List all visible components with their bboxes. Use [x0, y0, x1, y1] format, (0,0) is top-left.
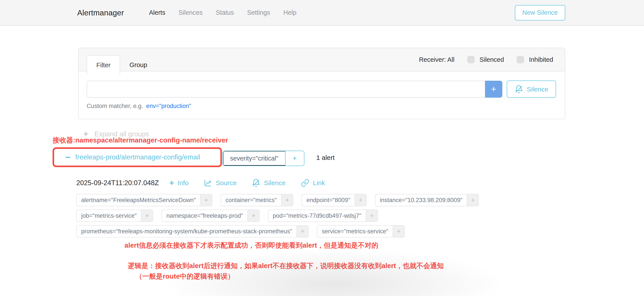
alert-action-source[interactable]: Source — [204, 178, 237, 187]
silenced-checkbox-label: Silenced — [480, 56, 504, 63]
add-label-filter-button[interactable]: + — [392, 225, 405, 238]
alert-label-text: endpoint="8009" — [302, 194, 354, 206]
bell-slash-icon — [252, 178, 260, 187]
nav-item-silences[interactable]: Silences — [178, 9, 203, 16]
alert-label-chip: endpoint="8009" + — [302, 194, 367, 206]
add-label-filter-button[interactable]: + — [467, 194, 479, 206]
annotation-alert-note: alert信息必须在接收器下才表示配置成功，否则即使能看到alert，但是通知是… — [124, 241, 378, 250]
main-nav: Alerts Silences Status Settings Help — [136, 9, 296, 16]
matcher-input[interactable] — [87, 81, 485, 98]
filter-tabs: Filter Group — [87, 48, 156, 71]
alert-labels: alertname="FreeleapsMetricsServiceDown" … — [76, 194, 564, 238]
alert-action-silence-label: Silence — [264, 179, 286, 187]
plus-icon: + — [169, 179, 174, 187]
alert-count: 1 alert — [316, 154, 334, 162]
filter-options: Receiver: All Silenced Inhibited — [419, 56, 553, 63]
add-label-filter-button[interactable]: + — [354, 194, 367, 206]
alert-label-chip: container="metrics" + — [220, 194, 293, 206]
alert-row: 2025-09-24T11:20:07.048Z + Info Source S… — [76, 178, 567, 238]
group-matcher-chip: severity="critical" + — [222, 151, 304, 166]
receiver-group-toggle[interactable]: − freeleaps-prod/alertmanager-config/ema… — [54, 152, 200, 162]
alert-action-link-label: Link — [313, 179, 325, 187]
filter-panel-body: + Silence Custom matcher, e.g. env="prod… — [78, 72, 565, 110]
add-label-filter-button[interactable]: + — [296, 225, 308, 238]
alert-label-text: namespace="freeleaps-prod" — [162, 210, 248, 222]
collapse-minus-icon: − — [65, 152, 70, 162]
alert-label-chip: prometheus="freeleaps-monitoring-system/… — [76, 225, 308, 238]
link-icon — [301, 178, 310, 187]
alert-label-text: pod="metrics-77d9cdb497-wdsj7" — [268, 210, 366, 222]
nav-item-settings[interactable]: Settings — [247, 9, 270, 16]
alert-label-chip: instance="10.233.98.209:8009" + — [375, 194, 479, 206]
silence-from-filter-button[interactable]: Silence — [507, 80, 556, 98]
annotation-logic-note: 逻辑是：接收器收到alert后进行通知，如果alert不在接收器下，说明接收器没… — [128, 261, 444, 270]
inhibited-checkbox-group[interactable]: Inhibited — [517, 56, 553, 63]
matcher-help-text: Custom matcher, e.g. — [87, 103, 143, 110]
alert-action-link[interactable]: Link — [301, 178, 325, 187]
add-label-filter-button[interactable]: + — [248, 210, 260, 222]
nav-item-status[interactable]: Status — [216, 9, 234, 16]
annotation-highlight-box: − freeleaps-prod/alertmanager-config/ema… — [52, 147, 222, 167]
filter-panel-header: Filter Group Receiver: All Silenced Inhi… — [78, 48, 565, 72]
annotation-logic-note-2: （一般是route中的逻辑有错误） — [136, 272, 234, 281]
matcher-input-group: + — [87, 81, 502, 98]
add-label-filter-button[interactable]: + — [200, 194, 212, 206]
alert-timestamp: 2025-09-24T11:20:07.048Z — [76, 179, 159, 187]
alert-label-chip: pod="metrics-77d9cdb497-wdsj7" + — [268, 210, 378, 222]
chart-icon — [204, 178, 212, 187]
alert-label-chip: service="metrics-service" + — [317, 225, 405, 238]
bell-slash-icon — [514, 85, 523, 94]
receiver-group-name: freeleaps-prod/alertmanager-config/email — [76, 153, 200, 161]
alert-label-text: prometheus="freeleaps-monitoring-system/… — [76, 225, 296, 238]
new-silence-button[interactable]: New Silence — [515, 5, 565, 20]
matcher-help: Custom matcher, e.g. env="production" — [87, 103, 557, 110]
alert-label-text: instance="10.233.98.209:8009" — [375, 194, 467, 206]
tab-group[interactable]: Group — [120, 55, 156, 74]
alert-label-chip: namespace="freeleaps-prod" + — [162, 210, 260, 222]
nav-item-help[interactable]: Help — [283, 9, 296, 16]
add-label-filter-button[interactable]: + — [281, 194, 293, 206]
add-label-filter-button[interactable]: + — [366, 210, 378, 222]
alert-action-source-label: Source — [216, 179, 237, 187]
matcher-example-link[interactable]: env="production" — [146, 103, 191, 110]
inhibited-checkbox-label: Inhibited — [529, 56, 553, 63]
silenced-checkbox[interactable] — [467, 56, 475, 63]
receiver-filter-label[interactable]: Receiver: All — [419, 56, 454, 63]
top-navbar: Alertmanager Alerts Silences Status Sett… — [0, 0, 644, 26]
alert-label-text: job="metrics-service" — [76, 210, 141, 222]
alert-label-chip: alertname="FreeleapsMetricsServiceDown" … — [76, 194, 212, 206]
annotation-receiver-note: 接收器:namespace/altermanager-config-name/r… — [52, 136, 228, 145]
add-matcher-button[interactable]: + — [485, 81, 502, 98]
group-matcher-label[interactable]: severity="critical" — [223, 151, 286, 166]
alert-action-info-label: Info — [178, 179, 188, 187]
alert-label-text: container="metrics" — [220, 194, 281, 206]
app-brand: Alertmanager — [77, 8, 124, 17]
alert-label-text: alertname="FreeleapsMetricsServiceDown" — [76, 194, 200, 206]
alert-action-info[interactable]: + Info — [169, 179, 188, 187]
alert-label-text: service="metrics-service" — [317, 225, 392, 238]
add-label-filter-button[interactable]: + — [141, 210, 153, 222]
alert-action-silence[interactable]: Silence — [252, 178, 286, 187]
filter-panel: Filter Group Receiver: All Silenced Inhi… — [78, 48, 565, 119]
alert-label-chip: job="metrics-service" + — [76, 210, 153, 222]
inhibited-checkbox[interactable] — [517, 56, 524, 63]
group-matcher-add-button[interactable]: + — [286, 151, 304, 166]
nav-item-alerts[interactable]: Alerts — [149, 9, 166, 16]
silenced-checkbox-group[interactable]: Silenced — [467, 56, 504, 63]
tab-filter[interactable]: Filter — [87, 55, 120, 74]
silence-button-label: Silence — [527, 86, 548, 93]
